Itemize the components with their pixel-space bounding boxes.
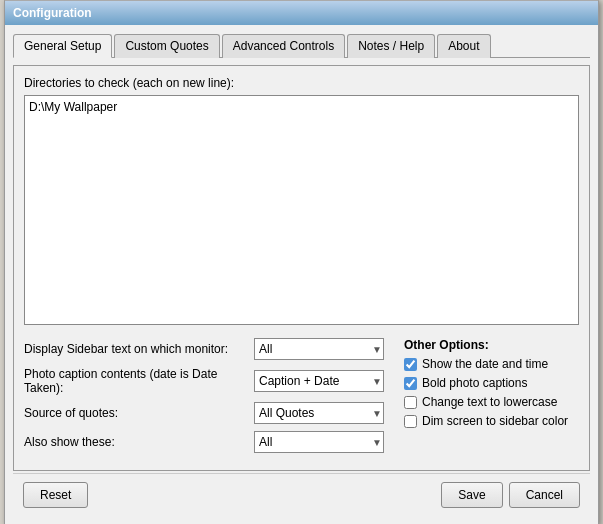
also-show-select-wrapper: All None Custom ▼ <box>254 431 384 453</box>
bottom-bar: Reset Save Cancel <box>13 473 590 516</box>
directories-label: Directories to check (each on new line): <box>24 76 579 90</box>
bold-captions-checkbox[interactable] <box>404 377 417 390</box>
left-options: Display Sidebar text on which monitor: A… <box>24 338 389 460</box>
tab-custom-quotes[interactable]: Custom Quotes <box>114 34 219 58</box>
title-bar: Configuration <box>5 1 598 25</box>
configuration-window: Configuration General Setup Custom Quote… <box>4 0 599 524</box>
checkbox-bold-captions: Bold photo captions <box>404 376 579 390</box>
tab-bar: General Setup Custom Quotes Advanced Con… <box>13 33 590 58</box>
also-show-label: Also show these: <box>24 435 254 449</box>
lowercase-label: Change text to lowercase <box>422 395 557 409</box>
checkbox-show-date-time: Show the date and time <box>404 357 579 371</box>
window-content: General Setup Custom Quotes Advanced Con… <box>5 25 598 524</box>
display-monitor-select[interactable]: All 1 2 <box>254 338 384 360</box>
display-monitor-row: Display Sidebar text on which monitor: A… <box>24 338 389 360</box>
other-options-label: Other Options: <box>404 338 579 352</box>
tab-general-setup[interactable]: General Setup <box>13 34 112 58</box>
display-monitor-select-wrapper: All 1 2 ▼ <box>254 338 384 360</box>
right-options: Other Options: Show the date and time Bo… <box>399 338 579 433</box>
photo-caption-select[interactable]: Caption + Date Caption Only Date Only No… <box>254 370 384 392</box>
directories-textarea[interactable]: D:\My Wallpaper <box>24 95 579 325</box>
show-date-time-checkbox[interactable] <box>404 358 417 371</box>
photo-caption-select-wrapper: Caption + Date Caption Only Date Only No… <box>254 370 384 392</box>
photo-caption-row: Photo caption contents (date is Date Tak… <box>24 367 389 395</box>
save-button[interactable]: Save <box>441 482 502 508</box>
dim-screen-label: Dim screen to sidebar color <box>422 414 568 428</box>
tab-notes-help[interactable]: Notes / Help <box>347 34 435 58</box>
dim-screen-checkbox[interactable] <box>404 415 417 428</box>
bold-captions-label: Bold photo captions <box>422 376 527 390</box>
show-date-time-label: Show the date and time <box>422 357 548 371</box>
cancel-button[interactable]: Cancel <box>509 482 580 508</box>
right-buttons: Save Cancel <box>441 482 580 508</box>
lowercase-checkbox[interactable] <box>404 396 417 409</box>
source-quotes-select-wrapper: All Quotes Random Quotes No Quotes ▼ <box>254 402 384 424</box>
tab-about[interactable]: About <box>437 34 490 58</box>
source-quotes-select[interactable]: All Quotes Random Quotes No Quotes <box>254 402 384 424</box>
options-row: Display Sidebar text on which monitor: A… <box>24 338 579 460</box>
also-show-row: Also show these: All None Custom ▼ <box>24 431 389 453</box>
also-show-select[interactable]: All None Custom <box>254 431 384 453</box>
reset-button[interactable]: Reset <box>23 482 88 508</box>
source-quotes-label: Source of quotes: <box>24 406 254 420</box>
checkbox-dim-screen: Dim screen to sidebar color <box>404 414 579 428</box>
photo-caption-label: Photo caption contents (date is Date Tak… <box>24 367 254 395</box>
tab-content-general-setup: Directories to check (each on new line):… <box>13 65 590 471</box>
caption-text: Photo caption contents (date is Date Tak… <box>24 367 217 395</box>
tab-advanced-controls[interactable]: Advanced Controls <box>222 34 345 58</box>
window-title: Configuration <box>13 6 92 20</box>
display-monitor-label: Display Sidebar text on which monitor: <box>24 342 254 356</box>
checkbox-lowercase: Change text to lowercase <box>404 395 579 409</box>
source-quotes-row: Source of quotes: All Quotes Random Quot… <box>24 402 389 424</box>
